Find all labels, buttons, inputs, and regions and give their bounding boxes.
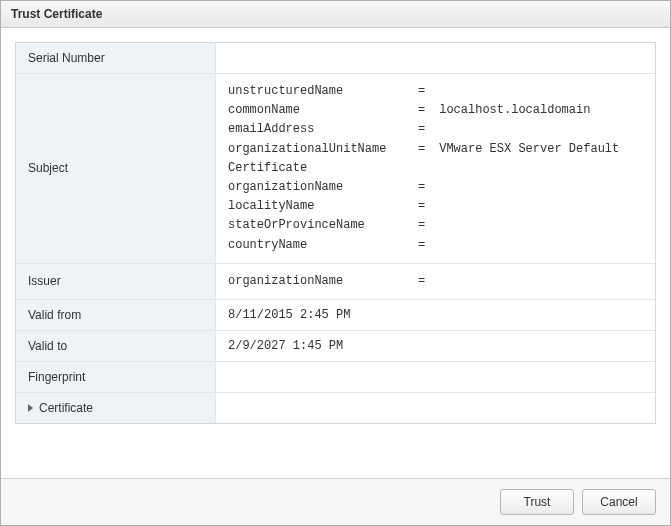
trust-button[interactable]: Trust xyxy=(500,489,574,515)
kv-value: localhost.localdomain xyxy=(432,101,590,120)
label-certificate-expandable[interactable]: Certificate xyxy=(16,393,216,423)
kv-equals: = xyxy=(418,216,432,235)
certificate-details-table: Serial Number Subject unstructuredName=c… xyxy=(15,42,656,424)
value-fingerprint xyxy=(216,362,655,392)
dialog-footer: Trust Cancel xyxy=(1,478,670,525)
row-fingerprint: Fingerprint xyxy=(16,362,655,393)
kv-key: commonName xyxy=(228,101,418,120)
row-certificate: Certificate xyxy=(16,393,655,423)
kv-line: localityName= xyxy=(228,197,643,216)
kv-line: stateOrProvinceName= xyxy=(228,216,643,235)
row-valid-from: Valid from 8/11/2015 2:45 PM xyxy=(16,300,655,331)
dialog-content: Serial Number Subject unstructuredName=c… xyxy=(1,28,670,478)
value-issuer: organizationName= xyxy=(216,264,655,299)
row-subject: Subject unstructuredName=commonName= loc… xyxy=(16,74,655,264)
row-valid-to: Valid to 2/9/2027 1:45 PM xyxy=(16,331,655,362)
trust-certificate-dialog: Trust Certificate Serial Number Subject … xyxy=(0,0,671,526)
kv-equals: = xyxy=(418,82,432,101)
chevron-right-icon xyxy=(28,404,33,412)
label-valid-to: Valid to xyxy=(16,331,216,361)
kv-value: VMware ESX Server Default xyxy=(432,140,619,159)
kv-key: localityName xyxy=(228,197,418,216)
value-serial-number xyxy=(216,43,655,73)
kv-line: organizationalUnitName= VMware ESX Serve… xyxy=(228,140,643,159)
kv-key: Certificate xyxy=(228,159,418,178)
kv-equals: = xyxy=(418,178,432,197)
row-issuer: Issuer organizationName= xyxy=(16,264,655,300)
kv-key: countryName xyxy=(228,236,418,255)
kv-equals: = xyxy=(418,272,432,291)
kv-line: unstructuredName= xyxy=(228,82,643,101)
label-certificate-text: Certificate xyxy=(39,401,93,415)
row-serial-number: Serial Number xyxy=(16,43,655,74)
value-subject: unstructuredName=commonName= localhost.l… xyxy=(216,74,655,263)
label-issuer: Issuer xyxy=(16,264,216,299)
kv-equals: = xyxy=(418,120,432,139)
label-serial-number: Serial Number xyxy=(16,43,216,73)
kv-key: organizationName xyxy=(228,272,418,291)
kv-line: organizationName= xyxy=(228,178,643,197)
label-fingerprint: Fingerprint xyxy=(16,362,216,392)
value-valid-from: 8/11/2015 2:45 PM xyxy=(216,300,655,330)
kv-equals: = xyxy=(418,197,432,216)
kv-line: organizationName= xyxy=(228,272,643,291)
kv-key: stateOrProvinceName xyxy=(228,216,418,235)
kv-line: Certificate xyxy=(228,159,643,178)
kv-line: countryName= xyxy=(228,236,643,255)
kv-line: emailAddress= xyxy=(228,120,643,139)
kv-equals: = xyxy=(418,236,432,255)
kv-key: unstructuredName xyxy=(228,82,418,101)
kv-key: organizationalUnitName xyxy=(228,140,418,159)
dialog-title: Trust Certificate xyxy=(1,1,670,28)
kv-key: emailAddress xyxy=(228,120,418,139)
kv-line: commonName= localhost.localdomain xyxy=(228,101,643,120)
value-certificate xyxy=(216,393,655,423)
kv-equals: = xyxy=(418,140,432,159)
label-valid-from: Valid from xyxy=(16,300,216,330)
kv-equals: = xyxy=(418,101,432,120)
kv-key: organizationName xyxy=(228,178,418,197)
label-subject: Subject xyxy=(16,74,216,263)
cancel-button[interactable]: Cancel xyxy=(582,489,656,515)
value-valid-to: 2/9/2027 1:45 PM xyxy=(216,331,655,361)
